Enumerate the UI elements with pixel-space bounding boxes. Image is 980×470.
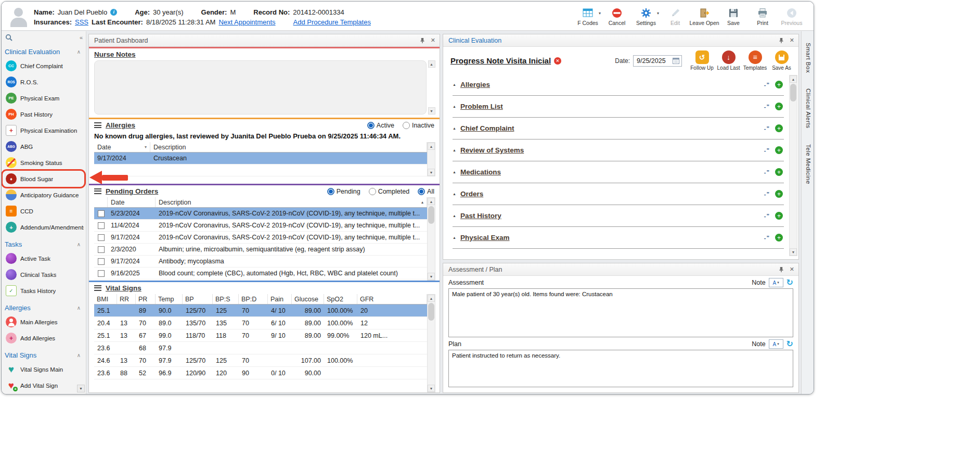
add-section-button[interactable]: + [775, 190, 783, 198]
sidebar-item-addendum-amendments[interactable]: + Addendum/Amendments [2, 219, 86, 235]
sidebar-item-add-allergies[interactable]: + Add Allergies [2, 330, 86, 346]
sidebar-item-anticipatory-guidance[interactable]: Anticipatory Guidance [2, 187, 86, 203]
scroll-up-icon[interactable]: ▲ [428, 60, 435, 68]
sidebar-item-physical-examination[interactable]: + Physical Examination [2, 122, 86, 138]
tab-clinical-alerts[interactable]: Clinical Alerts [805, 88, 811, 129]
templates-button[interactable]: ≡ Templates [742, 50, 768, 71]
dictation-icon[interactable]: -” [764, 104, 770, 110]
note-section-title[interactable]: Review of Systems [460, 146, 524, 154]
add-section-button[interactable]: + [775, 103, 783, 110]
sidebar-item-add-vital-sign[interactable]: ♥ Add Vital Sign [2, 377, 86, 393]
delete-note-icon[interactable]: ✕ [554, 57, 561, 65]
section-menu-icon[interactable] [94, 122, 101, 128]
pin-icon[interactable] [419, 37, 425, 44]
dictation-icon[interactable]: -” [764, 191, 770, 197]
column-header[interactable]: SpO2 [324, 294, 357, 304]
add-section-button[interactable]: + [775, 146, 783, 154]
column-header[interactable]: BP:D [239, 294, 268, 304]
load-last-button[interactable]: ↓ Load Last [716, 50, 741, 71]
scroll-up-icon[interactable]: ▲ [428, 198, 435, 205]
calendar-icon[interactable] [673, 57, 679, 64]
sidebar-item-clinical-tasks[interactable]: Clinical Tasks [2, 266, 86, 283]
vital-signs-row[interactable]: 25.1 13 67 99.0 118/70 118 70 9/ 10 89.0… [94, 329, 427, 342]
vital-signs-row[interactable]: 20.4 13 70 89.0 135/70 135 70 6/ 10 89.0… [94, 317, 427, 329]
pending-order-row[interactable]: 9/16/2025 Blood count; complete (CBC), a… [94, 268, 427, 280]
pin-icon[interactable] [778, 37, 784, 44]
sidebar-item-smoking-status[interactable]: Smoking Status [2, 155, 86, 171]
allergies-scrollbar[interactable]: ▲ ▼ [427, 142, 435, 176]
scrollbar-thumb[interactable] [428, 303, 434, 321]
add-section-button[interactable]: + [775, 124, 783, 132]
print-button[interactable]: Print [748, 6, 777, 27]
tab-smart-box[interactable]: Smart Box [805, 43, 811, 73]
dictation-icon[interactable]: -” [764, 82, 770, 88]
plan-textarea[interactable]: Patient instructed to return as necessar… [448, 350, 793, 387]
checkbox[interactable] [98, 246, 105, 253]
search-icon[interactable] [5, 33, 13, 42]
collapse-sidebar-icon[interactable]: « [80, 34, 83, 41]
checkbox[interactable] [98, 258, 105, 265]
dictation-icon[interactable]: -” [764, 147, 770, 154]
scroll-down-icon[interactable]: ▼ [428, 107, 435, 115]
note-format-dropdown[interactable]: A▾ [769, 278, 783, 287]
close-icon[interactable]: ✕ [790, 266, 794, 273]
dropdown-arrow-icon[interactable]: ▾ [657, 11, 659, 16]
insurances-link[interactable]: SSS [75, 18, 88, 26]
note-section-title[interactable]: Medications [460, 168, 501, 176]
sidebar-item-ros[interactable]: ROS R.O.S. [2, 74, 86, 90]
sidebar-section-clinical-evaluation[interactable]: Clinical Evaluation∧ [2, 45, 86, 58]
note-section-title[interactable]: Chief Complaint [460, 124, 514, 132]
sidebar-item-tasks-history[interactable]: ✓ Tasks History [2, 283, 86, 299]
column-header[interactable]: BP:S [213, 294, 239, 304]
sidebar-item-active-task[interactable]: Active Task [2, 250, 86, 266]
column-header[interactable]: BMI [94, 294, 117, 304]
note-section-title[interactable]: Orders [460, 190, 483, 198]
f-codes-button[interactable]: ▾ F Codes [573, 6, 602, 27]
column-header-date[interactable]: Date [108, 197, 156, 207]
dictation-icon[interactable]: -” [764, 235, 770, 241]
pending-orders-title[interactable]: Pending Orders [106, 187, 158, 195]
save-as-button[interactable]: Save As [769, 50, 794, 71]
checkbox[interactable] [98, 222, 105, 229]
sidebar-section-allergies[interactable]: Allergies∧ [2, 301, 86, 314]
refresh-icon[interactable]: ↻ [786, 278, 793, 287]
tab-tele-medicine[interactable]: Tele Medicine [805, 144, 811, 184]
add-section-button[interactable]: + [775, 212, 783, 220]
scrollbar-thumb[interactable] [790, 84, 796, 101]
add-section-button[interactable]: + [775, 234, 783, 242]
sidebar-item-past-history[interactable]: PH Past History [2, 106, 86, 122]
note-format-dropdown[interactable]: A▾ [769, 339, 783, 349]
note-section-title[interactable]: Past History [460, 212, 501, 220]
checkbox[interactable] [98, 270, 105, 277]
expand-marker-icon[interactable]: ▲ [453, 105, 456, 108]
leave-open-button[interactable]: Leave Open [690, 6, 719, 27]
allergy-row[interactable]: 9/17/2024 Crustacean [94, 153, 427, 164]
scroll-up-icon[interactable]: ▲ [790, 75, 797, 83]
sidebar-item-chief-complaint[interactable]: CC Chief Complaint [2, 58, 86, 74]
section-menu-icon[interactable] [94, 285, 101, 291]
dictation-icon[interactable]: -” [764, 213, 770, 219]
pending-order-row[interactable]: 9/17/2024 2019-nCoV Coronavirus, SARS-Co… [94, 232, 427, 244]
note-sections-scrollbar[interactable]: ▲ ▼ [789, 75, 797, 256]
expand-marker-icon[interactable]: ▲ [453, 192, 456, 196]
pending-order-row[interactable]: 11/4/2024 2019-nCoV Coronavirus, SARS-Co… [94, 220, 427, 232]
allergies-title[interactable]: Allergies [106, 121, 135, 129]
sidebar-item-blood-sugar[interactable]: ♦ Blood Sugar [3, 171, 84, 187]
cancel-button[interactable]: Cancel [602, 6, 631, 27]
pending-order-row[interactable]: 5/23/2024 2019-nCoV Coronavirus, SARS-Co… [94, 208, 427, 220]
column-header[interactable]: Temp [156, 294, 183, 304]
close-icon[interactable]: ✕ [790, 37, 794, 44]
scroll-down-icon[interactable]: ▼ [428, 169, 435, 176]
note-section-title[interactable]: Physical Exam [460, 234, 510, 242]
sidebar-item-abg[interactable]: ABG ABG [2, 138, 86, 155]
refresh-icon[interactable]: ↻ [786, 340, 793, 348]
progress-note-title[interactable]: Progress Note Visita Inicial [450, 56, 551, 65]
close-icon[interactable]: ✕ [431, 37, 435, 44]
column-header[interactable]: Glucose [292, 294, 324, 304]
checkbox[interactable] [98, 234, 105, 241]
sidebar-item-main-allergies[interactable]: Main Allergies [2, 314, 86, 330]
expand-marker-icon[interactable]: ▲ [453, 83, 456, 86]
vital-signs-title[interactable]: Vital Signs [106, 284, 141, 292]
add-section-button[interactable]: + [775, 168, 783, 176]
scroll-down-icon[interactable]: ▼ [790, 248, 797, 256]
